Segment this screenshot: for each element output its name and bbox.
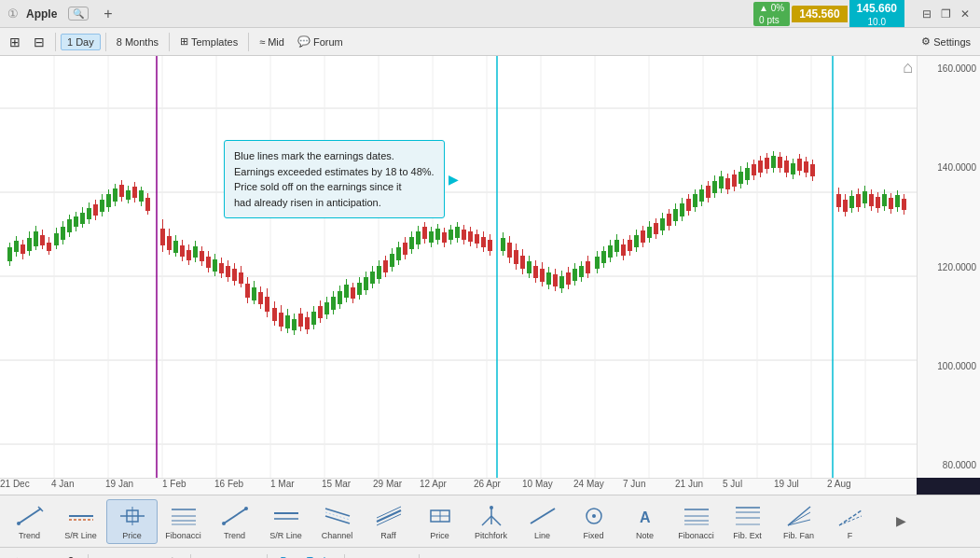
x-label-19jul: 19 Jul bbox=[774, 479, 799, 489]
layout-button[interactable]: ⊟ bbox=[28, 33, 50, 51]
chart-annotation: Blue lines mark the earnings dates.Earni… bbox=[224, 140, 445, 218]
note-icon: A bbox=[630, 503, 660, 529]
favourites-tab[interactable]: Favourites bbox=[96, 554, 155, 559]
x-label-24may: 24 May bbox=[573, 479, 604, 489]
tool-fibonacci2[interactable]: Fibonacci bbox=[670, 499, 722, 544]
months-button[interactable]: 8 Months bbox=[111, 35, 164, 49]
mid-button[interactable]: ≈ Mid bbox=[254, 35, 290, 49]
f-icon bbox=[835, 503, 865, 529]
tool-scroll-right[interactable]: ▶ bbox=[876, 499, 927, 544]
svg-point-302 bbox=[244, 507, 248, 510]
tool-sr-line2[interactable]: S/R Line bbox=[260, 499, 311, 544]
title-bar: ① Apple 🔍 + ▲ 0% 0 pts 145.560 145.660 1… bbox=[0, 0, 980, 28]
tool-fibonacci2-label: Fibonacci bbox=[678, 531, 714, 540]
svg-point-317 bbox=[490, 506, 493, 509]
window-icon: ① bbox=[7, 7, 19, 21]
cursor-tool-button[interactable]: ⊕ bbox=[7, 553, 27, 558]
tool-note[interactable]: A Note bbox=[619, 499, 670, 544]
grid-toggle-button[interactable]: ⊞ bbox=[4, 33, 26, 51]
forum-button[interactable]: 💬 Forum bbox=[292, 34, 349, 49]
tool-f[interactable]: F bbox=[824, 499, 876, 544]
magnet-tool-button[interactable]: ⚲ bbox=[62, 553, 80, 558]
tool-fixed-label: Fixed bbox=[583, 531, 603, 540]
spread: 10.0 bbox=[849, 17, 904, 27]
search-button[interactable]: 🔍 bbox=[68, 7, 89, 21]
templates-icon: ⊞ bbox=[180, 35, 188, 48]
new-tab-button[interactable]: + bbox=[104, 6, 112, 22]
svg-line-288 bbox=[19, 509, 41, 523]
y-label-100: 100.0000 bbox=[921, 361, 976, 371]
svg-point-290 bbox=[17, 522, 21, 525]
tool-trend2-label: Trend bbox=[224, 531, 245, 540]
mid-icon: ≈ bbox=[259, 36, 265, 48]
tool-fib-fan[interactable]: Fib. Fan bbox=[773, 499, 824, 544]
svg-line-305 bbox=[325, 509, 350, 516]
timeframe-tab[interactable]: Timeframe bbox=[199, 554, 258, 559]
tool-line[interactable]: Line bbox=[517, 499, 568, 544]
tool-price[interactable]: Price bbox=[106, 499, 158, 544]
x-label-15mar: 15 Mar bbox=[322, 479, 351, 489]
templates-button[interactable]: ⊞ Templates bbox=[174, 34, 243, 49]
x-label-29mar: 29 Mar bbox=[373, 479, 402, 489]
y-label-140: 140.0000 bbox=[921, 162, 976, 173]
window-controls: ⊟ ❐ ✕ bbox=[919, 7, 973, 21]
forum-label: Forum bbox=[313, 36, 343, 48]
draw-tools-tab[interactable]: Draw Tools bbox=[275, 553, 337, 559]
x-label-5jul: 5 Jul bbox=[723, 479, 742, 489]
svg-point-320 bbox=[592, 514, 596, 518]
tool-fibonacci1-label: Fibonacci bbox=[165, 531, 201, 540]
pen-tool-button[interactable]: ✏ bbox=[35, 553, 54, 558]
close-button[interactable]: ✕ bbox=[958, 7, 973, 21]
star-button[interactable]: ★ bbox=[162, 553, 183, 558]
sr-line2-icon bbox=[271, 503, 301, 529]
settings-button[interactable]: ⚙ Settings bbox=[916, 34, 976, 49]
fibonacci-icon bbox=[169, 503, 199, 529]
patterns-tab[interactable]: Patterns bbox=[427, 554, 476, 559]
tool-fixed[interactable]: Fixed bbox=[568, 499, 619, 544]
maximize-button[interactable]: ❐ bbox=[938, 7, 954, 21]
x-label-21dec: 21 Dec bbox=[0, 479, 30, 489]
tool-raff[interactable]: Raff bbox=[363, 499, 414, 544]
minimize-button[interactable]: ⊟ bbox=[919, 7, 934, 21]
tool-fib-ext-label: Fib. Ext bbox=[733, 531, 762, 540]
y-label-160: 160.0000 bbox=[921, 63, 976, 74]
channel-icon bbox=[323, 503, 352, 529]
svg-text:A: A bbox=[640, 509, 651, 525]
change-pts: 0 pts bbox=[759, 14, 784, 26]
fib-fan-icon bbox=[784, 503, 814, 529]
y-label-120: 120.0000 bbox=[921, 262, 976, 272]
line-icon bbox=[528, 503, 558, 529]
x-label-10may: 10 May bbox=[522, 479, 553, 489]
home-button[interactable]: ⌂ bbox=[903, 58, 913, 77]
fib-ext-icon bbox=[733, 503, 763, 529]
tool-trend1-label: Trend bbox=[19, 531, 40, 540]
svg-text:▶: ▶ bbox=[896, 513, 906, 528]
chart-container: Blue lines mark the earnings dates.Earni… bbox=[0, 56, 980, 478]
settings-icon: ⚙ bbox=[921, 35, 931, 48]
timeframe-1day-button[interactable]: 1 Day bbox=[61, 34, 101, 50]
tool-fibonacci1[interactable]: Fibonacci bbox=[158, 499, 209, 544]
price-ask: 145.660 bbox=[849, 0, 904, 17]
chart-main[interactable]: Blue lines mark the earnings dates.Earni… bbox=[0, 56, 917, 478]
tool-fib-ext[interactable]: Fib. Ext bbox=[722, 499, 773, 544]
x-label-4jan: 4 Jan bbox=[51, 479, 74, 489]
tool-channel[interactable]: Channel bbox=[311, 499, 363, 544]
annotation-text: Blue lines mark the earnings dates.Earni… bbox=[234, 150, 435, 208]
svg-line-331 bbox=[788, 512, 810, 525]
forum-icon: 💬 bbox=[297, 35, 311, 48]
raff-icon bbox=[374, 503, 404, 529]
x-label-12apr: 12 Apr bbox=[420, 479, 447, 489]
tool-sr-line1[interactable]: S/R Line bbox=[55, 499, 106, 544]
tool-trend2[interactable]: Trend bbox=[209, 499, 260, 544]
x-label-7jun: 7 Jun bbox=[623, 479, 645, 489]
tool-trend1[interactable]: Trend bbox=[4, 499, 55, 544]
tool-note-label: Note bbox=[636, 531, 654, 540]
svg-line-318 bbox=[531, 509, 555, 523]
technicals-tab[interactable]: Technicals bbox=[352, 554, 411, 559]
sr-line-icon bbox=[66, 503, 96, 529]
tool-channel-label: Channel bbox=[322, 531, 353, 540]
tool-price2[interactable]: Price bbox=[414, 499, 465, 544]
tool-pitchfork[interactable]: Pitchfork bbox=[465, 499, 517, 544]
x-label-2aug: 2 Aug bbox=[827, 479, 851, 489]
toolbar: ⊞ ⊟ 1 Day 8 Months ⊞ Templates ≈ Mid 💬 F… bbox=[0, 28, 980, 56]
